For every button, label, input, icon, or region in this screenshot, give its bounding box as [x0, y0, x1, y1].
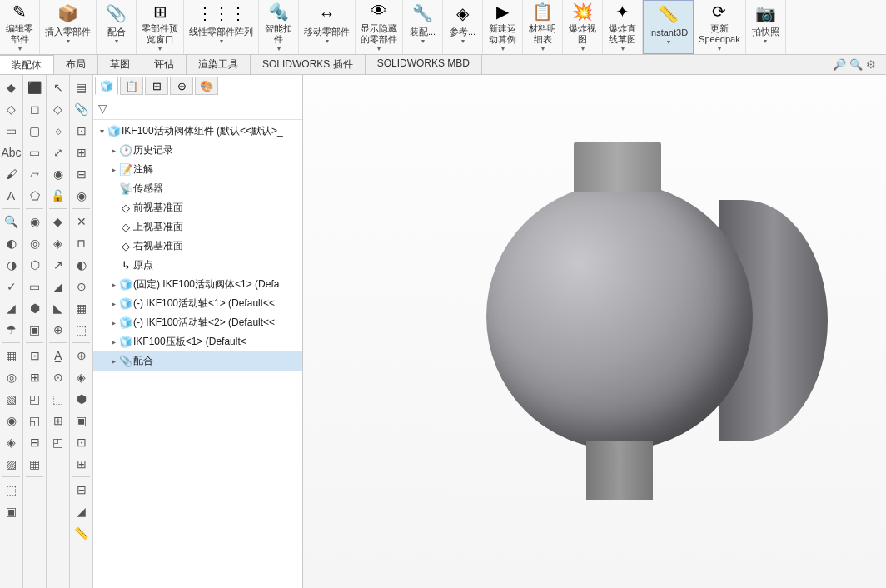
- tool-icon[interactable]: ◎: [2, 367, 22, 387]
- tool-icon[interactable]: ▤: [72, 77, 92, 97]
- tool-icon[interactable]: ◆: [48, 212, 68, 232]
- tool-icon[interactable]: ⊟: [25, 432, 45, 452]
- tool-icon[interactable]: ▨: [2, 454, 22, 474]
- tool-icon[interactable]: ⊡: [72, 432, 92, 452]
- tree-item[interactable]: ▸📎配合: [93, 351, 302, 371]
- expand-icon[interactable]: ▸: [108, 318, 118, 327]
- filter-icon[interactable]: ▽: [98, 102, 107, 115]
- tab-4[interactable]: 渲染工具: [187, 55, 251, 74]
- tool-icon[interactable]: ⊞: [25, 367, 45, 387]
- panel-tab-1[interactable]: 📋: [120, 77, 143, 95]
- tab-5[interactable]: SOLIDWORKS 插件: [251, 55, 366, 74]
- tool-icon[interactable]: ◢: [48, 277, 68, 296]
- tool-icon[interactable]: ▭: [2, 121, 22, 141]
- ribbon-btn-0[interactable]: ✎编辑零部件▾: [0, 0, 40, 54]
- tool-icon[interactable]: ▣: [2, 501, 22, 521]
- tool-icon[interactable]: ◉: [2, 411, 22, 431]
- tool-icon[interactable]: A̲: [48, 346, 68, 366]
- expand-icon[interactable]: ▸: [108, 146, 118, 155]
- tool-icon[interactable]: 🔓: [48, 186, 68, 206]
- tool-icon[interactable]: ⊟: [72, 480, 92, 500]
- tool-icon[interactable]: ◈: [48, 233, 68, 253]
- tool-icon[interactable]: ◣: [48, 298, 68, 318]
- tool-icon[interactable]: 📎: [72, 99, 92, 119]
- panel-tab-2[interactable]: ⊞: [145, 77, 168, 95]
- tool-icon[interactable]: ⬛: [25, 77, 45, 97]
- expand-icon[interactable]: ▾: [97, 127, 107, 136]
- tool-icon[interactable]: ⊟: [72, 164, 92, 184]
- tree-item[interactable]: ◇前视基准面: [93, 198, 302, 217]
- ribbon-btn-9[interactable]: ◈参考...▾: [443, 0, 483, 54]
- tree-item[interactable]: 📡传感器: [93, 179, 302, 198]
- ribbon-btn-10[interactable]: ▶新建运动算例▾: [483, 0, 523, 54]
- ribbon-btn-2[interactable]: 📎配合▾: [97, 0, 137, 54]
- expand-icon[interactable]: ▸: [108, 165, 118, 174]
- ribbon-btn-4[interactable]: ⋮⋮⋮线性零部件阵列▾: [184, 0, 259, 54]
- tree-item[interactable]: ▸📝注解: [93, 160, 302, 179]
- tool-icon[interactable]: ▭: [25, 142, 45, 162]
- tool-icon[interactable]: ⊓: [72, 233, 92, 253]
- panel-tab-4[interactable]: 🎨: [195, 77, 218, 95]
- tool-icon[interactable]: ◈: [72, 367, 92, 387]
- tool-icon[interactable]: 🖌: [2, 164, 22, 184]
- tool-icon[interactable]: ✓: [2, 277, 22, 296]
- tool-icon[interactable]: ⟐: [48, 121, 68, 141]
- tool-icon[interactable]: ◰: [48, 432, 68, 452]
- tool-icon[interactable]: 📏: [72, 523, 92, 543]
- tool-icon[interactable]: 🔍: [2, 212, 22, 232]
- tool-icon[interactable]: ◻: [25, 99, 45, 119]
- tool-icon[interactable]: ⊡: [25, 346, 45, 366]
- tool-icon[interactable]: ⬠: [25, 186, 45, 206]
- tool-icon[interactable]: ▦: [72, 298, 92, 318]
- tree-item[interactable]: ▸🧊IKF100压板<1> (Default<: [93, 332, 302, 351]
- tool-icon[interactable]: ◇: [48, 99, 68, 119]
- tree-item[interactable]: ▸🕑历史记录: [93, 141, 302, 160]
- tab-0[interactable]: 装配体: [0, 55, 54, 74]
- tool-icon[interactable]: ▦: [2, 346, 22, 366]
- tool-icon[interactable]: ◉: [72, 186, 92, 206]
- tool-icon[interactable]: ⊡: [72, 121, 92, 141]
- tree-item[interactable]: ▸🧊(-) IKF100活动轴<2> (Default<<: [93, 313, 302, 332]
- tool-icon[interactable]: ↗: [48, 255, 68, 275]
- tool-icon[interactable]: ◐: [2, 233, 22, 253]
- tool-icon[interactable]: ✕: [72, 212, 92, 232]
- ribbon-btn-8[interactable]: 🔧装配...▾: [403, 0, 443, 54]
- ribbon-btn-5[interactable]: 🔩智能扣件▾: [259, 0, 299, 54]
- tool-icon[interactable]: A: [2, 186, 22, 206]
- tool-icon[interactable]: ⊕: [72, 346, 92, 366]
- tool-icon[interactable]: ◉: [25, 212, 45, 232]
- tree-item[interactable]: ▸🧊(-) IKF100活动轴<1> (Default<<: [93, 294, 302, 313]
- tool-icon[interactable]: ☂: [2, 320, 22, 340]
- tool-icon[interactable]: ◆: [2, 77, 22, 97]
- tool-icon[interactable]: ▣: [25, 320, 45, 340]
- tool-icon[interactable]: ⊞: [48, 411, 68, 431]
- expand-icon[interactable]: ▸: [108, 337, 118, 346]
- ribbon-btn-1[interactable]: 📦插入零部件▾: [40, 0, 97, 54]
- tool-icon[interactable]: ◢: [72, 501, 92, 521]
- tool-icon[interactable]: ◉: [48, 164, 68, 184]
- tree-item[interactable]: ◇右视基准面: [93, 237, 302, 256]
- tool-icon[interactable]: ⬚: [2, 480, 22, 500]
- tool-icon[interactable]: ◎: [25, 233, 45, 253]
- tool-icon[interactable]: ◑: [2, 255, 22, 275]
- ribbon-btn-14[interactable]: 📏Instant3D▾: [643, 0, 694, 54]
- tool-icon[interactable]: ⊕: [48, 320, 68, 340]
- zoom-icon[interactable]: 🔍: [849, 58, 863, 72]
- panel-tab-0[interactable]: 🧊: [95, 77, 118, 95]
- tool-icon[interactable]: ⤢: [48, 142, 68, 162]
- tool-icon[interactable]: ◇: [2, 99, 22, 119]
- tree-item[interactable]: ↳原点: [93, 256, 302, 275]
- tree-root[interactable]: ▾🧊IKF100活动阀体组件 (默认<<默认>_: [93, 122, 302, 141]
- tool-icon[interactable]: ▭: [25, 277, 45, 296]
- ribbon-btn-15[interactable]: ⟳更新Speedpak▾: [694, 0, 746, 54]
- tab-1[interactable]: 布局: [54, 55, 98, 74]
- ribbon-btn-3[interactable]: ⊞零部件预览窗口▾: [137, 0, 184, 54]
- tool-icon[interactable]: ⊙: [72, 277, 92, 296]
- tool-icon[interactable]: ⬚: [48, 389, 68, 409]
- panel-tab-3[interactable]: ⊕: [170, 77, 193, 95]
- tool-icon[interactable]: ◱: [25, 411, 45, 431]
- feature-tree[interactable]: ▾🧊IKF100活动阀体组件 (默认<<默认>_▸🕑历史记录▸📝注解📡传感器◇前…: [93, 120, 302, 588]
- tab-6[interactable]: SOLIDWORKS MBD: [366, 55, 482, 74]
- ribbon-btn-11[interactable]: 📋材料明细表▾: [523, 0, 563, 54]
- tool-icon[interactable]: ◈: [2, 432, 22, 452]
